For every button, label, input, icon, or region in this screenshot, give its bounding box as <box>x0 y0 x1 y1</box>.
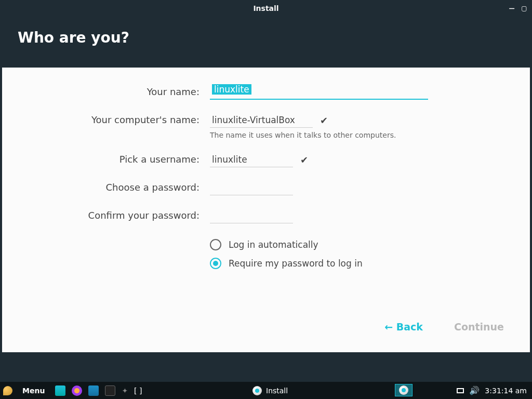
workspace-switcher[interactable]: [ ] <box>131 382 145 399</box>
volume-icon[interactable]: 🔊 <box>469 385 480 395</box>
radio-auto-login[interactable]: Log in automatically <box>210 239 530 250</box>
confirm-password-label: Confirm your password: <box>2 208 210 221</box>
radio-require-password[interactable]: Require my password to log in <box>210 258 530 269</box>
folder-icon <box>88 385 99 396</box>
misc-launcher[interactable]: ✦ <box>118 382 131 399</box>
clock[interactable]: 3:31:14 am <box>485 387 527 395</box>
password-input[interactable] <box>210 180 293 195</box>
password-label: Choose a password: <box>2 180 210 193</box>
page-title: Who are you? <box>18 29 129 46</box>
firefox-launcher[interactable] <box>69 382 85 399</box>
feather-icon <box>3 386 12 395</box>
desktop-icon <box>55 385 65 396</box>
system-tray: 🔊 3:31:14 am <box>457 385 527 395</box>
continue-button[interactable]: Continue <box>454 321 504 332</box>
back-button[interactable]: Back <box>384 321 423 332</box>
show-desktop-button[interactable] <box>52 382 69 399</box>
maximize-button[interactable]: ▢ <box>520 5 529 12</box>
taskbar-task-install[interactable]: Install <box>249 382 291 399</box>
terminal-icon <box>105 385 115 396</box>
taskbar-highlight-secondary[interactable] <box>395 384 413 396</box>
check-icon: ✔ <box>320 115 328 126</box>
radio-on-icon <box>210 258 221 269</box>
hostname-label: Your computer's name: <box>2 112 210 125</box>
terminal-launcher[interactable] <box>102 382 118 399</box>
hostname-helper: The name it uses when it talks to other … <box>210 131 396 139</box>
file-manager-launcher[interactable] <box>85 382 102 399</box>
installer-form-page: Your name: linuxlite ✔ Your computer's n… <box>2 68 530 352</box>
page-header: Who are you? <box>0 17 532 68</box>
installer-icon <box>399 385 408 395</box>
installer-icon <box>252 386 262 395</box>
taskbar: Menu ✦ [ ] Install 🔊 3:31:14 am <box>0 382 532 399</box>
require-password-label: Require my password to log in <box>229 258 363 269</box>
radio-off-icon <box>210 239 221 250</box>
username-input[interactable] <box>210 152 293 167</box>
wizard-nav: Back Continue <box>384 321 504 332</box>
username-label: Pick a username: <box>2 152 210 165</box>
check-icon: ✔ <box>300 154 308 165</box>
display-icon[interactable] <box>457 388 464 393</box>
hostname-input[interactable] <box>210 112 313 128</box>
auto-login-label: Log in automatically <box>229 240 318 250</box>
confirm-password-input[interactable] <box>210 208 293 223</box>
name-input[interactable]: linuxlite <box>210 84 428 100</box>
window-controls: ─ ▢ <box>507 0 529 17</box>
window-title: Install <box>253 4 278 12</box>
firefox-icon <box>72 385 82 396</box>
menu-button[interactable]: Menu <box>0 382 52 399</box>
name-label: Your name: <box>2 84 210 97</box>
minimize-button[interactable]: ─ <box>507 4 516 14</box>
